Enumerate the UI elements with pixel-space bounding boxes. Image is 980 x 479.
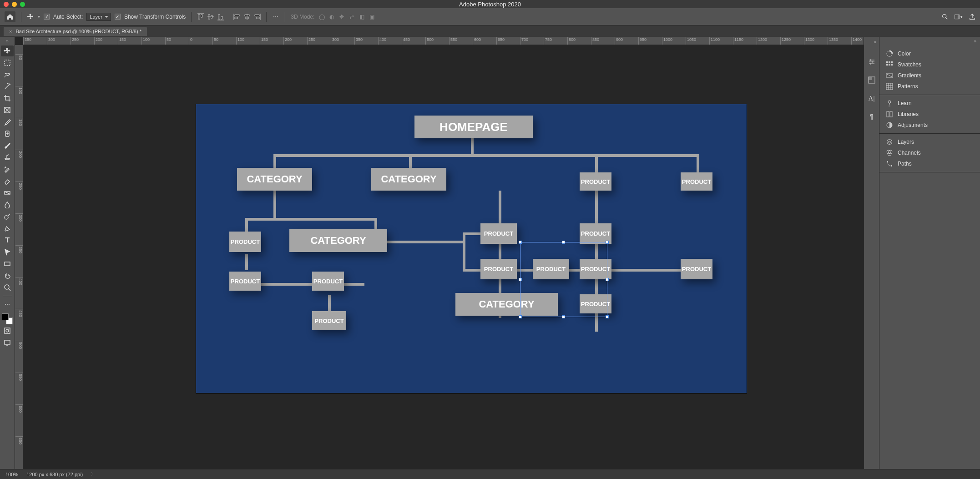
properties-panel-icon[interactable]	[867, 57, 876, 66]
collapse-tools-icon[interactable]: »	[6, 39, 9, 44]
panel-tab-layers[interactable]: Layers	[879, 136, 980, 147]
healing-brush-tool[interactable]	[1, 128, 14, 139]
node-product[interactable]: PRODUCT	[580, 172, 611, 191]
panel-tab-gradients[interactable]: Gradients	[879, 70, 980, 81]
document-info[interactable]: 1200 px x 630 px (72 ppi)	[26, 472, 83, 477]
crop-tool[interactable]	[1, 93, 14, 104]
panel-tab-paths[interactable]: Paths	[879, 158, 980, 169]
transform-handle-br[interactable]	[606, 315, 609, 318]
move-tool[interactable]	[1, 45, 14, 56]
transform-handle-tr[interactable]	[606, 241, 609, 244]
workspace-switcher-icon[interactable]: ▾	[955, 13, 963, 21]
home-button[interactable]	[5, 11, 15, 22]
node-category-3[interactable]: CATEGORY	[289, 229, 387, 252]
roll-3d-icon: ◐	[328, 13, 335, 20]
show-transform-checkbox[interactable]: ✓	[115, 14, 121, 20]
collapse-right-panels-icon[interactable]: »	[879, 37, 980, 45]
ruler-vertical[interactable]: 50100150200250300350400450500550600650	[15, 45, 23, 469]
node-product[interactable]: PRODUCT	[312, 311, 346, 330]
node-category-1[interactable]: CATEGORY	[237, 168, 312, 191]
zoom-level[interactable]: 100%	[5, 472, 18, 477]
panel-tab-patterns[interactable]: Patterns	[879, 81, 980, 92]
canvas-area[interactable]: HOMEPAGE CATEGORY CATEGORY PRODUCT PRODU…	[23, 45, 864, 469]
rectangle-tool[interactable]	[1, 258, 14, 269]
panel-tab-color[interactable]: Color	[879, 48, 980, 59]
marquee-tool[interactable]	[1, 57, 14, 68]
history-brush-tool[interactable]	[1, 164, 14, 175]
blur-tool[interactable]	[1, 199, 14, 210]
panel-group-learn: Learn Libraries Adjustments	[879, 95, 980, 134]
eyedropper-tool[interactable]	[1, 116, 14, 127]
transform-handle-tl[interactable]	[519, 241, 522, 244]
pan-3d-icon: ✥	[338, 13, 345, 20]
share-icon[interactable]	[968, 13, 976, 21]
align-vcenter-icon[interactable]	[207, 13, 214, 20]
align-hcenter-icon[interactable]	[243, 13, 251, 20]
node-product[interactable]: PRODUCT	[229, 272, 261, 291]
search-icon[interactable]	[941, 13, 949, 21]
maximize-window-button[interactable]	[20, 2, 25, 7]
transform-handle-t[interactable]	[562, 241, 565, 244]
transform-handle-r[interactable]	[606, 278, 609, 281]
node-product[interactable]: PRODUCT	[681, 259, 712, 279]
character-panel-icon[interactable]: A|	[867, 94, 876, 103]
brush-tool[interactable]	[1, 140, 14, 151]
align-bottom-icon[interactable]	[217, 13, 224, 20]
expand-panels-icon[interactable]: «	[874, 40, 876, 45]
align-top-icon[interactable]	[197, 13, 204, 20]
minimize-window-button[interactable]	[12, 2, 17, 7]
zoom-tool[interactable]	[1, 282, 14, 293]
node-product[interactable]: PRODUCT	[312, 272, 344, 291]
gradient-tool[interactable]	[1, 187, 14, 198]
node-product[interactable]: PRODUCT	[681, 172, 712, 191]
more-align-icon[interactable]: ⋯	[272, 13, 279, 20]
frame-tool[interactable]	[1, 105, 14, 116]
panel-tab-label: Paths	[898, 161, 912, 167]
panel-tab-libraries[interactable]: Libraries	[879, 109, 980, 120]
panel-tab-learn[interactable]: Learn	[879, 98, 980, 109]
info-panel-icon[interactable]	[867, 76, 876, 85]
node-product[interactable]: PRODUCT	[480, 259, 517, 279]
artboard[interactable]: HOMEPAGE CATEGORY CATEGORY PRODUCT PRODU…	[196, 104, 747, 393]
auto-select-dropdown[interactable]: Layer	[86, 13, 111, 21]
panel-tab-adjustments[interactable]: Adjustments	[879, 120, 980, 131]
close-window-button[interactable]	[4, 2, 9, 7]
transform-handle-b[interactable]	[562, 315, 565, 318]
close-tab-icon[interactable]: ×	[9, 29, 12, 34]
foreground-background-colors[interactable]	[2, 313, 13, 324]
panel-group-colors: Color Swatches Gradients Patterns	[879, 45, 980, 95]
paragraph-panel-icon[interactable]: ¶	[867, 112, 876, 121]
node-product[interactable]: PRODUCT	[229, 232, 261, 252]
node-homepage[interactable]: HOMEPAGE	[414, 116, 533, 138]
dodge-tool[interactable]	[1, 211, 14, 222]
screen-mode-tool[interactable]	[1, 337, 14, 348]
quick-mask-tool[interactable]	[1, 325, 14, 336]
type-tool[interactable]	[1, 235, 14, 246]
svg-rect-21	[891, 64, 893, 66]
align-right-icon[interactable]	[253, 13, 261, 20]
connector	[463, 232, 482, 235]
transform-bounding-box[interactable]	[520, 242, 607, 317]
connector	[273, 154, 699, 157]
pen-tool[interactable]	[1, 223, 14, 234]
ruler-horizontal[interactable]: 3503002502001501005005010015020025030035…	[23, 37, 864, 45]
edit-toolbar-icon[interactable]: ⋯	[1, 299, 14, 310]
node-category-2[interactable]: CATEGORY	[371, 168, 446, 191]
foreground-color-swatch[interactable]	[2, 313, 9, 320]
panel-tab-channels[interactable]: Channels	[879, 147, 980, 158]
panel-tab-swatches[interactable]: Swatches	[879, 59, 980, 70]
node-product[interactable]: PRODUCT	[480, 223, 517, 244]
align-left-icon[interactable]	[233, 13, 241, 20]
hand-tool[interactable]	[1, 270, 14, 281]
transform-handle-l[interactable]	[519, 278, 522, 281]
transform-handle-bl[interactable]	[519, 315, 522, 318]
eraser-tool[interactable]	[1, 176, 14, 187]
auto-select-checkbox[interactable]: ✓	[44, 14, 50, 20]
magic-wand-tool[interactable]	[1, 81, 14, 92]
path-selection-tool[interactable]	[1, 247, 14, 257]
workspace: » ⋯ 3503002502001501005005010015020025	[0, 37, 980, 469]
document-tab[interactable]: × Bad Site Archtecture.psd @ 100% (PRODU…	[4, 27, 147, 36]
lasso-tool[interactable]	[1, 69, 14, 80]
docinfo-caret-icon[interactable]: 〉	[91, 471, 95, 477]
clone-stamp-tool[interactable]	[1, 152, 14, 163]
